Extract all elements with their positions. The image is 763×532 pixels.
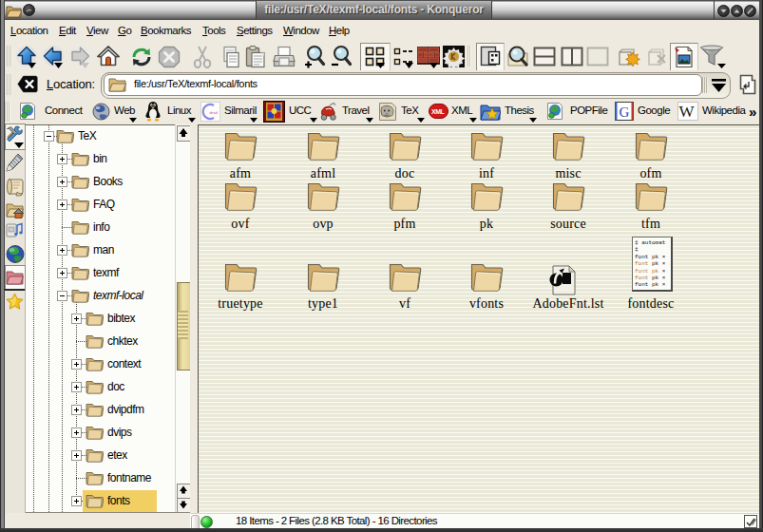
svg-text:G: G [620, 104, 630, 120]
svg-text:XML: XML [431, 108, 446, 115]
svg-text:W: W [679, 103, 696, 121]
svg-text:silmaril: silmaril [209, 110, 218, 115]
